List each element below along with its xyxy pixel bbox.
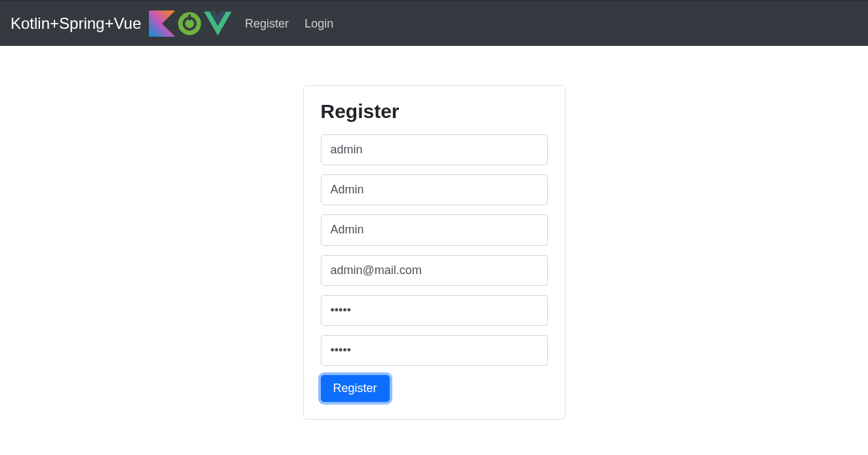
navbar: Kotlin+Spring+Vue Register Logi — [0, 0, 868, 46]
page-title: Register — [321, 100, 548, 123]
brand-logo — [149, 10, 232, 37]
lastname-field[interactable] — [321, 214, 548, 245]
register-button[interactable]: Register — [321, 375, 390, 402]
spring-icon — [176, 10, 203, 37]
nav-link-login[interactable]: Login — [304, 17, 333, 31]
username-field[interactable] — [321, 134, 548, 165]
password-field[interactable] — [321, 295, 548, 326]
email-field[interactable] — [321, 255, 548, 286]
vue-icon — [204, 10, 232, 37]
kotlin-icon — [149, 10, 175, 37]
main-container: Register Register — [0, 46, 868, 420]
firstname-field[interactable] — [321, 174, 548, 205]
brand-title[interactable]: Kotlin+Spring+Vue — [10, 14, 141, 33]
svg-rect-2 — [188, 14, 191, 20]
nav-link-register[interactable]: Register — [245, 17, 289, 31]
confirm-password-field[interactable] — [321, 335, 548, 366]
register-card: Register Register — [303, 85, 566, 420]
nav-links: Register Login — [245, 17, 333, 31]
